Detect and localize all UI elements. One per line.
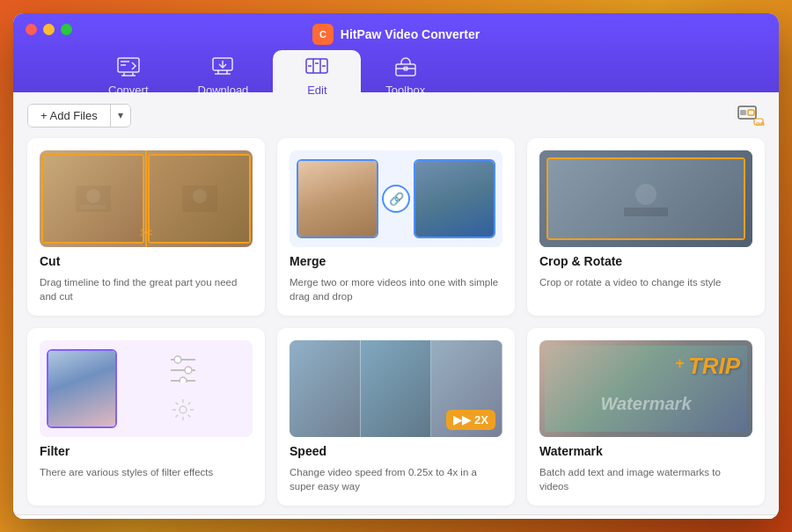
speed-badge: ▶▶ 2X: [446, 410, 495, 430]
traffic-lights: [26, 24, 72, 35]
merge-video-left: [297, 159, 378, 238]
merge-preview: 🔗: [290, 150, 502, 247]
crop-preview: [539, 150, 752, 247]
tab-toolbox-label: Toolbox: [385, 84, 425, 97]
cut-card[interactable]: ▼: [27, 138, 265, 316]
feature-grid: ▼: [13, 138, 779, 514]
toolbox-icon: [394, 57, 417, 80]
svg-rect-29: [80, 205, 106, 209]
toolbar-right: on: [737, 101, 765, 129]
cut-preview: ▼: [40, 150, 253, 247]
gear-icon: [171, 397, 195, 427]
speed-frame-2: [361, 340, 432, 437]
minimize-button[interactable]: [43, 24, 55, 35]
watermark-plus-icon: +: [675, 354, 685, 373]
svg-text:C: C: [319, 29, 326, 40]
svg-point-35: [174, 356, 181, 363]
svg-rect-33: [624, 208, 668, 216]
cut-frame-right: [148, 154, 251, 244]
titlebar: C HitPaw Video Converter: [13, 13, 779, 92]
crop-title: Crop & Rotate: [539, 254, 752, 268]
merge-title: Merge: [290, 254, 502, 268]
sliders-icon: [167, 351, 199, 389]
close-button[interactable]: [26, 24, 37, 35]
cut-frame-left: [41, 154, 144, 244]
speed-badge-text: ▶▶ 2X: [453, 413, 488, 426]
speed-frame-1: [290, 340, 361, 437]
tab-download-label: Download: [198, 84, 249, 97]
watermark-title: Watermark: [539, 444, 752, 458]
tab-toolbox[interactable]: Toolbox: [361, 50, 450, 104]
svg-rect-21: [404, 67, 407, 70]
watermark-card[interactable]: + TRIP Watermark Watermark Batch add tex…: [527, 328, 765, 506]
maximize-button[interactable]: [61, 24, 72, 35]
add-files-button-group: + Add Files ▾: [27, 104, 131, 128]
edit-icon: [305, 57, 328, 80]
ai-settings-button[interactable]: on: [737, 101, 765, 129]
speed-card[interactable]: ▶▶ 2X Speed Change video speed from 0.25…: [277, 328, 515, 506]
speed-preview: ▶▶ 2X: [290, 340, 502, 437]
svg-point-37: [185, 367, 192, 374]
scissors-icon: ✂: [140, 223, 153, 243]
svg-point-31: [193, 189, 207, 203]
tab-edit-label: Edit: [307, 84, 326, 97]
speed-desc: Change video speed from 0.25x to 4x in a…: [290, 465, 502, 493]
filter-title: Filter: [40, 444, 253, 458]
svg-point-32: [635, 184, 656, 205]
svg-rect-24: [748, 110, 754, 115]
tab-download[interactable]: Download: [173, 50, 274, 104]
filter-img: [47, 349, 117, 428]
watermark-trip-text: TRIP: [688, 353, 740, 380]
filter-desc: There are various styles of filter effec…: [40, 465, 253, 479]
filter-card[interactable]: Filter There are various styles of filte…: [27, 328, 265, 506]
filter-preview: [40, 340, 253, 437]
svg-point-39: [180, 377, 187, 383]
speed-title: Speed: [290, 444, 502, 458]
svg-point-40: [180, 406, 187, 413]
cut-title: Cut: [40, 254, 253, 268]
nav-tabs: Convert Download: [13, 50, 779, 104]
merge-card[interactable]: 🔗 Merge Merge two or more videos into on…: [277, 138, 515, 316]
tab-edit[interactable]: Edit: [273, 50, 361, 104]
add-files-dropdown-button[interactable]: ▾: [111, 105, 130, 126]
tab-convert[interactable]: Convert: [84, 50, 173, 104]
crop-desc: Crop or rotate a video to change its sty…: [539, 275, 752, 289]
app-logo: C: [312, 24, 334, 45]
convert-icon: [117, 57, 140, 80]
watermark-preview: + TRIP Watermark: [539, 340, 752, 437]
watermark-overlay-text: Watermark: [545, 394, 747, 414]
cut-desc: Drag timeline to find the great part you…: [40, 275, 253, 303]
add-files-main-button[interactable]: + Add Files: [28, 105, 111, 127]
watermark-desc: Batch add text and image watermarks to v…: [539, 465, 752, 493]
crop-card[interactable]: Crop & Rotate Crop or rotate a video to …: [527, 138, 765, 316]
svg-point-28: [86, 189, 100, 203]
svg-rect-23: [740, 110, 746, 115]
main-content: + Add Files ▾ on: [13, 92, 779, 519]
tab-convert-label: Convert: [108, 84, 149, 97]
bottom-bar: Format: MP4-Same as source Save to: /Use…: [13, 514, 779, 519]
download-icon: [211, 57, 234, 80]
app-window: C HitPaw Video Converter: [13, 13, 779, 519]
app-title-area: C HitPaw Video Converter: [312, 24, 480, 45]
filter-sliders-area: [121, 351, 246, 427]
merge-video-right: [414, 159, 495, 238]
app-title-text: HitPaw Video Converter: [341, 27, 480, 41]
merge-desc: Merge two or more videos into one with s…: [290, 275, 502, 303]
merge-link-icon: 🔗: [382, 185, 410, 213]
